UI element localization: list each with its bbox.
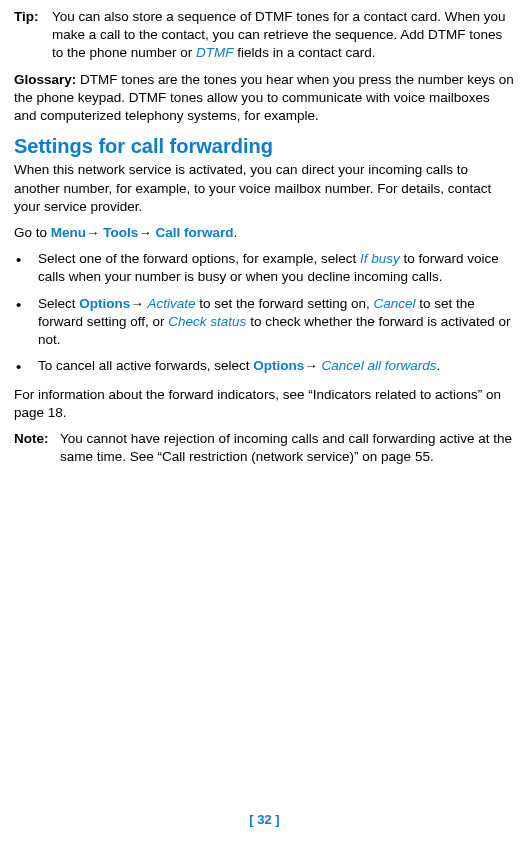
list-item: To cancel all active forwards, select Op… [14,357,515,377]
goto-line: Go to Menu→ Tools→ Call forward. [14,224,515,242]
page-content: Tip: You can also store a sequence of DT… [0,0,529,466]
glossary-block: Glossary: DTMF tones are the tones you h… [14,71,515,126]
list-item: Select Options→ Activate to set the forw… [14,295,515,350]
glossary-label: Glossary: [14,72,76,87]
note-label: Note: [14,430,60,466]
options-menu: Options [79,296,130,311]
ifbusy-option: If busy [360,251,400,266]
note-block: Note: You cannot have rejection of incom… [14,430,515,466]
checkstatus-option: Check status [168,314,246,329]
glossary-body: DTMF tones are the tones you hear when y… [14,72,514,123]
tip-body-post: fields in a contact card. [234,45,376,60]
menu-tools: Tools [103,225,138,240]
cancelall-option: Cancel all forwards [322,358,437,373]
note-body: You cannot have rejection of incoming ca… [60,430,515,466]
b3-pre: To cancel all active forwards, select [38,358,253,373]
b2-mid1: to set the forward setting on, [196,296,374,311]
tip-body: You can also store a sequence of DTMF to… [52,8,515,63]
activate-option: Activate [148,296,196,311]
list-item: Select one of the forward options, for e… [14,250,515,286]
options-menu: Options [253,358,304,373]
section-heading: Settings for call forwarding [14,133,515,160]
arrow-icon: → [86,225,103,240]
menu-callforward: Call forward [156,225,234,240]
goto-pre: Go to [14,225,51,240]
goto-post: . [234,225,238,240]
info-paragraph: For information about the forward indica… [14,386,515,422]
tip-block: Tip: You can also store a sequence of DT… [14,8,515,63]
arrow-icon: → [130,296,147,311]
tip-label: Tip: [14,8,52,63]
b1-pre: Select one of the forward options, for e… [38,251,360,266]
dtmf-link[interactable]: DTMF [196,45,234,60]
b2-pre: Select [38,296,79,311]
section-intro: When this network service is activated, … [14,161,515,216]
page-number: [ 32 ] [0,811,529,829]
menu-menu: Menu [51,225,86,240]
arrow-icon: → [138,225,155,240]
arrow-icon: → [304,358,321,373]
bullet-list: Select one of the forward options, for e… [14,250,515,377]
b3-post: . [436,358,440,373]
cancel-option: Cancel [373,296,415,311]
